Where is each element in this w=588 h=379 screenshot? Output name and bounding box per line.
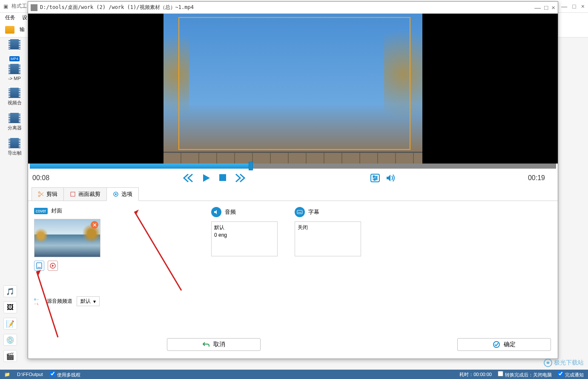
cancel-button[interactable]: 取消	[167, 338, 261, 351]
seek-fill	[30, 164, 251, 169]
svg-text:R→: R→	[34, 298, 39, 301]
image-icon[interactable]: 🖼	[3, 301, 17, 313]
cover-section: cover 封面 ✕ ↖ R→←L 源音频频道 默认	[34, 207, 100, 327]
svg-rect-1	[219, 174, 226, 181]
icon-stack: 🎵 🖼 📝 💿 🎬	[3, 285, 17, 362]
play-button[interactable]	[201, 173, 211, 183]
svg-rect-16	[37, 263, 42, 269]
cancel-label: 取消	[213, 341, 225, 348]
dialog-footer: 取消 确定	[28, 333, 558, 359]
remove-cover-button[interactable]: ✕	[91, 221, 98, 229]
source-audio-label: 源音频频道	[47, 298, 72, 305]
svg-point-7	[376, 178, 377, 179]
capture-frame-button[interactable]	[48, 261, 58, 271]
ok-label: 确定	[504, 341, 516, 348]
film-icon	[9, 64, 20, 74]
svg-point-15	[115, 193, 117, 195]
subtitle-icon	[295, 207, 305, 217]
stop-button[interactable]	[218, 173, 227, 182]
seek-bar[interactable]	[30, 164, 556, 169]
time-total: 00:19	[528, 174, 554, 182]
sidebar-label: 导出帧	[8, 150, 22, 156]
folder-icon[interactable]	[5, 26, 14, 34]
svg-rect-21	[297, 210, 302, 214]
shutdown-checkbox[interactable]: 转换完成后：关闭电脑	[498, 371, 552, 378]
sidebar-item-splitter[interactable]: 分离器	[3, 111, 26, 131]
time-current: 00:08	[32, 174, 58, 182]
tab-crop-label: 画面裁剪	[78, 190, 100, 198]
svg-text:←L: ←L	[34, 302, 39, 305]
video-preview[interactable]	[28, 14, 558, 164]
mp4-badge: MP4	[9, 56, 20, 61]
watermark-text: 极光下载站	[554, 359, 584, 367]
dialog-minimize-button[interactable]: —	[534, 4, 541, 11]
dialog-close-button[interactable]: ×	[551, 4, 555, 11]
svg-line-12	[40, 192, 43, 195]
tab-crop[interactable]: 画面裁剪	[63, 187, 107, 201]
subtitle-section: 字幕 关闭	[295, 207, 361, 327]
audio-list-item[interactable]: 0 eng	[214, 231, 275, 239]
menu-settings[interactable]: 设	[22, 14, 27, 21]
audio-list[interactable]: 默认 0 eng	[211, 221, 278, 256]
record-icon[interactable]: 🎬	[3, 350, 17, 362]
play-circle-icon	[49, 262, 56, 269]
cover-thumbnail[interactable]: ✕	[34, 219, 100, 257]
cover-badge: cover	[34, 208, 48, 214]
bg-minimize-button[interactable]: —	[561, 3, 567, 10]
multithread-checkbox[interactable]: 使用多线程	[50, 371, 80, 378]
sidebar-item-video[interactable]	[3, 37, 26, 51]
document-icon[interactable]: 📝	[3, 318, 17, 330]
undo-icon	[202, 341, 210, 348]
folder-icon[interactable]: 📁	[4, 372, 10, 377]
svg-point-6	[373, 176, 375, 177]
svg-point-10	[38, 195, 40, 197]
ok-button[interactable]: 确定	[457, 338, 551, 351]
crop-rectangle[interactable]	[178, 17, 410, 150]
source-audio-row: R→←L 源音频频道 默认 ▾	[34, 296, 100, 306]
volume-icon[interactable]	[385, 173, 396, 183]
bg-window-controls: — □ ×	[561, 3, 585, 10]
bg-close-button[interactable]: ×	[581, 3, 585, 10]
tab-options[interactable]: 选项	[106, 187, 139, 201]
source-audio-dropdown[interactable]: 默认 ▾	[77, 296, 100, 306]
sidebar-item-mp4[interactable]: MP4 -> MP	[3, 56, 26, 81]
elapsed-time: 耗时：00:00:00	[459, 371, 492, 378]
browse-image-button[interactable]	[34, 261, 44, 271]
svg-point-27	[493, 342, 499, 347]
app-icon: ▣	[3, 3, 8, 9]
svg-line-23	[135, 212, 181, 290]
tab-edit[interactable]: 剪辑	[32, 187, 64, 201]
svg-rect-13	[71, 192, 75, 196]
svg-rect-0	[31, 4, 37, 11]
subtitle-list[interactable]: 关闭	[295, 221, 361, 256]
subtitle-list-item[interactable]: 关闭	[298, 224, 358, 231]
dialog-app-icon	[31, 4, 37, 11]
sidebar-item-merge[interactable]: 视频合	[3, 86, 26, 106]
annotation-arrow-1	[130, 201, 190, 295]
menu-task[interactable]: 任务	[5, 14, 15, 21]
video-frame	[163, 14, 422, 164]
audio-list-item[interactable]: 默认	[214, 224, 275, 231]
settings-icon[interactable]	[370, 173, 380, 183]
subtitle-label: 字幕	[308, 208, 319, 216]
output-path[interactable]: D:\FFOutput	[17, 372, 43, 377]
notify-checkbox[interactable]: 完成通知	[558, 371, 584, 378]
bg-maximize-button[interactable]: □	[572, 3, 576, 10]
sidebar: MP4 -> MP 视频合 分离器 导出帧	[3, 37, 26, 156]
sidebar-label: -> MP	[8, 76, 21, 81]
sidebar-item-export-frame[interactable]: 导出帧	[3, 136, 26, 156]
source-audio-value: 默认	[80, 298, 91, 305]
tabs: 剪辑 画面裁剪 选项	[28, 187, 558, 201]
bg-app-title: 格式工	[11, 3, 27, 10]
film-icon	[9, 39, 20, 49]
dialog-maximize-button[interactable]: □	[544, 4, 548, 11]
forward-button[interactable]	[235, 173, 246, 183]
svg-line-11	[40, 193, 43, 196]
music-icon[interactable]: 🎵	[3, 285, 17, 297]
statusbar: 📁 D:\FFOutput 使用多线程 耗时：00:00:00 转换完成后：关闭…	[0, 370, 588, 379]
disc-icon[interactable]: 💿	[3, 334, 17, 346]
rewind-button[interactable]	[183, 173, 194, 183]
seek-handle[interactable]	[249, 162, 253, 170]
audio-label: 音频	[225, 208, 236, 216]
toolbar-output: 输	[20, 26, 25, 33]
